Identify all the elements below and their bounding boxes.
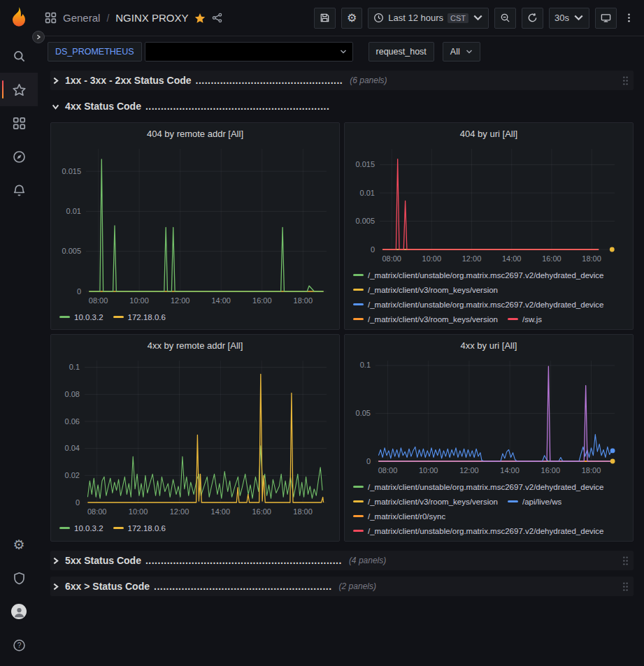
legend-item[interactable]: /_matrix/client/v3/room_keys/version [353,494,498,509]
row-drag-handle[interactable] [622,556,629,566]
datasource-value-select[interactable] [145,42,353,61]
legend-label: /_matrix/client/unstable/org.matrix.msc2… [368,301,604,309]
sidebar-expand-button[interactable] [32,31,45,43]
timezone-badge: CST [448,13,468,23]
svg-text:0: 0 [366,457,371,465]
favorite-star-icon[interactable] [194,13,206,24]
legend-swatch [59,527,70,529]
row-drag-handle[interactable] [622,75,629,86]
legend-swatch [353,515,364,517]
sidebar-item-alerting[interactable] [0,173,38,207]
panel-title[interactable]: 4xx by remote addr [All] [57,338,334,354]
timeseries-chart[interactable]: 00.020.040.060.080.108:0010:0012:0014:00… [57,354,334,519]
svg-text:10:00: 10:00 [419,466,438,475]
timeseries-chart[interactable]: 00.0050.010.01508:0010:0012:0014:0016:00… [57,142,334,308]
row-header-1xx-3xx-2xx[interactable]: 1xx - 3xx - 2xx Status Code ............… [50,71,634,90]
timeseries-chart[interactable]: 00.050.108:0010:0012:0014:0016:0018:00 [350,354,627,478]
legend-item[interactable]: 10.0.3.2 [59,521,103,535]
svg-text:12:00: 12:00 [459,466,479,475]
sidebar-item-profile[interactable] [0,595,38,628]
save-icon [320,13,330,23]
sidebar-item-dashboards[interactable] [0,106,38,140]
row-title-dots: ........................................… [154,581,332,592]
active-indicator [2,80,3,99]
sidebar-item-explore[interactable] [0,140,38,173]
svg-text:16:00: 16:00 [252,507,271,516]
legend-label: 10.0.3.2 [74,524,103,533]
legend-item[interactable]: /sw.js [508,312,542,325]
row-header-4xx[interactable]: 4xx Status Code ........................… [50,96,634,116]
tv-mode-button[interactable] [595,8,617,29]
zoom-out-button[interactable] [494,8,516,29]
legend-item[interactable]: 172.18.0.6 [113,521,166,535]
sidebar-item-search[interactable] [0,39,38,73]
legend-label: /sw.js [522,315,542,324]
sidebar-item-help[interactable]: ? [0,628,38,662]
legend-item[interactable]: /_matrix/client/unstable/org.matrix.msc2… [353,297,604,312]
chevron-down-icon [573,13,584,23]
drag-dots-icon [622,556,629,566]
sidebar-item-starred[interactable] [0,73,38,106]
panel-4xx-by-uri: 4xx by uri [All] 00.050.108:0010:0012:00… [344,334,634,542]
time-range-picker[interactable]: Last 12 hours CST [368,8,489,29]
sidebar-item-configuration[interactable]: ⚙ [0,528,38,561]
svg-text:0.08: 0.08 [65,390,80,398]
compass-icon [13,150,26,164]
refresh-button[interactable] [522,8,543,29]
top-navbar: General / NGINX PROXY ⚙ Last 12 hours CS… [38,0,644,36]
legend-item[interactable]: /_matrix/client/v3/room_keys/version [353,282,498,297]
toolbar: ⚙ Last 12 hours CST 30s [314,8,636,29]
legend-swatch [508,500,518,502]
dashboard-settings-button[interactable]: ⚙ [341,8,362,29]
panel-title[interactable]: 404 by uri [All] [350,126,627,142]
sidebar-item-server-admin[interactable] [0,561,38,595]
svg-text:0: 0 [77,287,81,296]
panel-legend: /_matrix/client/unstable/org.matrix.msc2… [350,268,627,325]
svg-text:18:00: 18:00 [294,296,313,305]
legend-item[interactable]: /_matrix/client/unstable/org.matrix.msc2… [353,479,604,494]
legend-item[interactable]: 10.0.3.2 [59,310,103,324]
row-title: 5xx Status Code [65,555,141,566]
legend-label: /api/live/ws [522,498,561,506]
dashboard-title[interactable]: NGINX PROXY [115,12,188,24]
svg-text:0.02: 0.02 [65,471,80,479]
legend-label: /_matrix/client/unstable/org.matrix.msc2… [368,527,604,535]
svg-text:0.06: 0.06 [65,417,80,426]
panel-title[interactable]: 4xx by uri [All] [350,338,627,354]
request-host-value-select[interactable]: All [443,42,480,61]
more-options-button[interactable] [622,8,636,29]
grafana-logo[interactable] [7,6,31,29]
timeseries-chart[interactable]: 00.0050.010.01508:0010:0012:0014:0016:00… [350,142,627,266]
datasource-variable-label[interactable]: DS_PROMETHEUS [48,42,142,61]
person-icon [13,605,26,618]
request-host-variable-label[interactable]: request_host [368,42,434,61]
legend-item[interactable]: 172.18.0.6 [113,310,166,324]
svg-text:08:00: 08:00 [378,466,398,475]
legend-item[interactable]: /_matrix/client/v3/room_keys/version [353,312,498,325]
row-title-dots: ........................................… [145,101,329,112]
legend-label: 172.18.0.6 [128,313,166,321]
svg-text:0.005: 0.005 [355,217,375,225]
svg-text:14:00: 14:00 [211,507,231,516]
legend-item[interactable]: /_matrix/client/r0/sync [353,509,445,523]
breadcrumb-separator: / [106,13,109,24]
legend-item[interactable]: /_matrix/client/unstable/org.matrix.msc2… [353,523,604,537]
svg-text:0.015: 0.015 [62,167,81,175]
legend-item[interactable]: /api/live/ws [508,494,561,509]
row-title: 1xx - 3xx - 2xx Status Code [65,75,192,86]
refresh-interval-picker[interactable]: 30s [549,8,589,29]
legend-item[interactable]: /_matrix/client/unstable/org.matrix.msc2… [353,268,604,282]
search-icon [13,50,26,63]
legend-label: /_matrix/client/unstable/org.matrix.msc2… [368,271,604,280]
sidebar: ⚙ ? [0,0,38,666]
gear-icon: ⚙ [347,13,357,24]
svg-text:0.04: 0.04 [65,444,80,452]
breadcrumb-folder[interactable]: General [63,12,100,24]
row-drag-handle[interactable] [622,581,629,592]
panel-grid: 404 by remote addr [All] 00.0050.010.015… [50,122,634,542]
row-header-5xx[interactable]: 5xx Status Code ........................… [50,551,634,570]
share-icon[interactable] [212,13,222,23]
panel-title[interactable]: 404 by remote addr [All] [57,126,334,142]
save-dashboard-button[interactable] [314,8,336,29]
row-header-6xx[interactable]: 6xx > Status Code ......................… [50,577,634,596]
